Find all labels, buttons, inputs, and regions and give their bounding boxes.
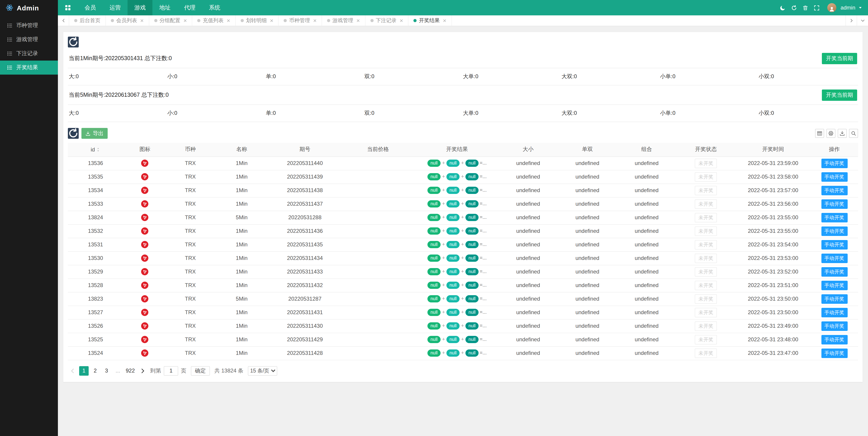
cell-result: null+null+null=... bbox=[415, 265, 498, 278]
cell-icon bbox=[123, 183, 167, 197]
export-file-button[interactable] bbox=[838, 129, 847, 138]
cell-result: null+null+null=... bbox=[415, 251, 498, 265]
stat-value: 大单:0 bbox=[463, 109, 562, 117]
refresh-button[interactable] bbox=[788, 0, 800, 15]
manual-draw-button[interactable]: 手动开奖 bbox=[821, 254, 847, 263]
cell-status: 未开奖 bbox=[676, 306, 736, 319]
sort-icon[interactable] bbox=[96, 147, 100, 152]
prev-page-button[interactable] bbox=[68, 366, 78, 375]
page-button-922[interactable]: 922 bbox=[124, 366, 136, 375]
nav-item-operation[interactable]: 运营 bbox=[103, 0, 128, 15]
nav-item-game[interactable]: 游戏 bbox=[128, 0, 152, 15]
brand-logo[interactable]: Admin bbox=[0, 0, 58, 15]
close-icon[interactable]: × bbox=[443, 18, 446, 24]
manual-draw-button[interactable]: 手动开奖 bbox=[821, 172, 847, 181]
manual-draw-button[interactable]: 手动开奖 bbox=[821, 186, 847, 195]
manual-draw-button[interactable]: 手动开奖 bbox=[821, 267, 847, 276]
print-icon bbox=[828, 131, 834, 136]
cell-time: 2022-05-31 23:52:00 bbox=[736, 265, 811, 278]
table-row: 13536TRX1Min202205311440null+null+null=.… bbox=[68, 157, 858, 170]
result-pill: null bbox=[427, 281, 440, 289]
cell-combo: undefined bbox=[617, 278, 676, 292]
cell-size: undefined bbox=[498, 170, 558, 183]
nav-item-agent[interactable]: 代理 bbox=[177, 0, 202, 15]
cell-size: undefined bbox=[498, 346, 558, 360]
close-icon[interactable]: × bbox=[140, 18, 144, 24]
confirm-button[interactable]: 确定 bbox=[191, 366, 210, 375]
close-icon[interactable]: × bbox=[270, 18, 273, 24]
fullscreen-button[interactable] bbox=[811, 0, 823, 15]
next-page-button[interactable] bbox=[138, 366, 148, 375]
tab-3[interactable]: 充值列表× bbox=[192, 15, 236, 26]
cell-time: 2022-05-31 23:47:00 bbox=[736, 346, 811, 360]
cell-status: 未开奖 bbox=[676, 319, 736, 333]
page-button-3[interactable]: 3 bbox=[102, 366, 111, 375]
tabs-scroll-left-button[interactable] bbox=[58, 15, 69, 26]
tab-6[interactable]: 游戏管理× bbox=[322, 15, 365, 26]
nav-item-address[interactable]: 地址 bbox=[152, 0, 177, 15]
page-button-2[interactable]: 2 bbox=[90, 366, 100, 375]
manual-draw-button[interactable]: 手动开奖 bbox=[821, 321, 847, 331]
tab-8[interactable]: 开奖结果× bbox=[408, 15, 452, 26]
columns-filter-button[interactable] bbox=[815, 129, 824, 138]
draw-current-period-button[interactable]: 开奖当前期 bbox=[822, 90, 857, 101]
status-button: 未开奖 bbox=[695, 280, 717, 290]
search-button[interactable] bbox=[849, 129, 858, 138]
close-icon[interactable]: × bbox=[400, 18, 403, 24]
plus-sign: + bbox=[461, 282, 464, 288]
tab-0[interactable]: 后台首页 bbox=[69, 15, 106, 26]
close-icon[interactable]: × bbox=[356, 18, 360, 24]
manual-draw-button[interactable]: 手动开奖 bbox=[821, 213, 847, 222]
tab-7[interactable]: 下注记录× bbox=[365, 15, 408, 26]
sidebar-item[interactable]: 游戏管理 bbox=[0, 33, 58, 46]
clear-cache-button[interactable] bbox=[800, 0, 811, 15]
close-icon[interactable]: × bbox=[227, 18, 230, 24]
table-row: 13535TRX1Min202205311439null+null+null=.… bbox=[68, 170, 858, 183]
manual-draw-button[interactable]: 手动开奖 bbox=[821, 226, 847, 236]
cell-combo: undefined bbox=[617, 224, 676, 238]
result-pill: null bbox=[427, 349, 440, 357]
nav-item-system[interactable]: 系统 bbox=[202, 0, 227, 15]
sidebar-item[interactable]: 开奖结果 bbox=[0, 61, 58, 75]
manual-draw-button[interactable]: 手动开奖 bbox=[821, 308, 847, 317]
result-pill: null bbox=[446, 322, 460, 330]
stat-value: 大单:0 bbox=[463, 73, 562, 80]
close-icon[interactable]: × bbox=[183, 18, 187, 24]
manual-draw-button[interactable]: 手动开奖 bbox=[821, 199, 847, 209]
sidebar-item[interactable]: 币种管理 bbox=[0, 19, 58, 33]
cell-coin: TRX bbox=[167, 157, 214, 170]
tabs-menu-button[interactable] bbox=[857, 15, 868, 26]
manual-draw-button[interactable]: 手动开奖 bbox=[821, 335, 847, 344]
theme-button[interactable] bbox=[777, 0, 788, 15]
manual-draw-button[interactable]: 手动开奖 bbox=[821, 280, 847, 290]
close-icon[interactable]: × bbox=[313, 18, 317, 24]
tab-4[interactable]: 划转明细× bbox=[236, 15, 279, 26]
print-button[interactable] bbox=[827, 129, 835, 138]
tab-1[interactable]: 会员列表× bbox=[106, 15, 149, 26]
refresh-panel-button[interactable] bbox=[68, 37, 79, 47]
avatar[interactable] bbox=[828, 3, 837, 12]
page-button-1[interactable]: 1 bbox=[79, 366, 89, 375]
nav-item-home[interactable] bbox=[58, 0, 78, 15]
nav-item-member[interactable]: 会员 bbox=[78, 0, 103, 15]
page-size-select[interactable]: 15 条/页 bbox=[248, 366, 277, 375]
chevron-left-icon bbox=[61, 18, 66, 23]
navbar-right: admin bbox=[777, 0, 868, 15]
user-name[interactable]: admin bbox=[841, 4, 855, 11]
manual-draw-button[interactable]: 手动开奖 bbox=[821, 348, 847, 358]
cell-price bbox=[340, 265, 415, 278]
results-table: id图标币种名称期号当前价格开奖结果大小单双组合开奖状态开奖时间操作 13536… bbox=[68, 143, 858, 360]
draw-current-period-button[interactable]: 开奖当前期 bbox=[822, 53, 857, 64]
tab-2[interactable]: 分组配置× bbox=[149, 15, 192, 26]
skip-page-input[interactable] bbox=[164, 366, 178, 375]
manual-draw-button[interactable]: 手动开奖 bbox=[821, 159, 847, 168]
export-button[interactable]: 导出 bbox=[82, 128, 107, 139]
tabs-scroll-right-button[interactable] bbox=[845, 15, 857, 26]
manual-draw-button[interactable]: 手动开奖 bbox=[821, 240, 847, 249]
refresh-table-button[interactable] bbox=[68, 128, 79, 139]
manual-draw-button[interactable]: 手动开奖 bbox=[821, 294, 847, 304]
plus-sign: + bbox=[442, 296, 445, 301]
sidebar-item[interactable]: 下注记录 bbox=[0, 46, 58, 61]
stat-value: 小单:0 bbox=[660, 73, 759, 80]
tab-5[interactable]: 币种管理× bbox=[279, 15, 322, 26]
